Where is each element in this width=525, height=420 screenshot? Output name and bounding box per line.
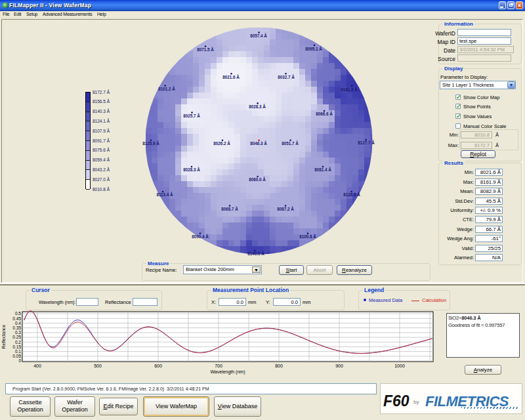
svg-text:8100.8 Å: 8100.8 Å: [299, 234, 316, 239]
svg-text:8060.0 Å: 8060.0 Å: [249, 177, 266, 182]
svg-text:0.45: 0.45: [12, 316, 21, 321]
svg-text:8090.4 Å: 8090.4 Å: [192, 234, 209, 239]
svg-text:700: 700: [215, 364, 222, 368]
svg-text:8028.3 Å: 8028.3 Å: [183, 167, 200, 172]
svg-text:8057.4 Å: 8057.4 Å: [250, 33, 267, 38]
svg-text:8066.6 Å: 8066.6 Å: [316, 111, 333, 116]
svg-text:1000: 1000: [394, 364, 405, 368]
svg-text:8113.4 Å: 8113.4 Å: [156, 192, 173, 197]
svg-text:8126.8 Å: 8126.8 Å: [343, 192, 360, 197]
svg-text:800: 800: [275, 364, 283, 368]
svg-text:Wavelength (nm): Wavelength (nm): [210, 369, 245, 375]
svg-text:400: 400: [33, 364, 41, 368]
svg-text:500: 500: [94, 364, 102, 368]
svg-text:8127.7 Å: 8127.7 Å: [358, 140, 375, 145]
svg-text:8021.6 Å: 8021.6 Å: [222, 74, 240, 79]
svg-text:0.35: 0.35: [12, 326, 21, 330]
svg-text:0: 0: [18, 358, 21, 363]
svg-text:0.2: 0.2: [15, 340, 21, 345]
svg-text:8046.3 Å: 8046.3 Å: [250, 140, 267, 146]
svg-text:8071.5 Å: 8071.5 Å: [197, 47, 214, 52]
svg-text:900: 900: [335, 364, 343, 368]
svg-text:8026.2 Å: 8026.2 Å: [213, 140, 230, 146]
svg-text:0.15: 0.15: [12, 345, 21, 349]
svg-text:0.25: 0.25: [12, 335, 21, 339]
svg-text:8101.2 Å: 8101.2 Å: [158, 86, 175, 91]
svg-text:8161.9 Å: 8161.9 Å: [341, 87, 358, 92]
svg-text:0.1: 0.1: [15, 349, 21, 354]
svg-text:0.4: 0.4: [15, 321, 21, 326]
svg-text:8032.7 Å: 8032.7 Å: [278, 74, 295, 79]
svg-text:600: 600: [154, 364, 162, 368]
svg-text:0.3: 0.3: [15, 330, 21, 335]
svg-text:8025.7 Å: 8025.7 Å: [183, 113, 200, 118]
svg-text:0.5: 0.5: [15, 311, 21, 316]
svg-text:8125.9 Å: 8125.9 Å: [142, 140, 159, 146]
svg-text:Reflectance: Reflectance: [1, 324, 6, 348]
svg-text:8095.1 Å: 8095.1 Å: [305, 46, 322, 51]
svg-text:8140.0 Å: 8140.0 Å: [247, 251, 264, 256]
svg-text:8087.2 Å: 8087.2 Å: [277, 206, 294, 211]
svg-text:0.05: 0.05: [12, 354, 21, 358]
svg-text:8028.3 Å: 8028.3 Å: [249, 104, 266, 109]
svg-text:8081.4 Å: 8081.4 Å: [314, 167, 331, 172]
svg-text:8068.7 Å: 8068.7 Å: [221, 206, 238, 211]
svg-text:8051.7 Å: 8051.7 Å: [282, 140, 299, 146]
